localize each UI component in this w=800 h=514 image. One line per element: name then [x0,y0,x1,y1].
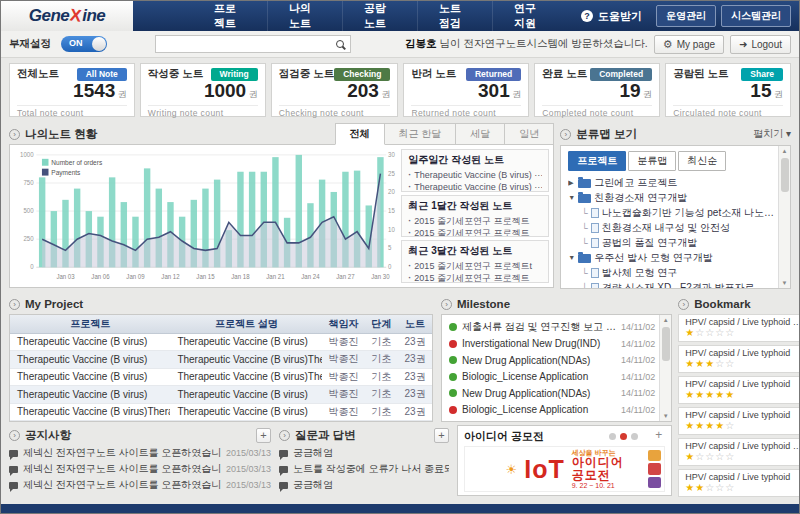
search-icon[interactable] [336,40,345,49]
admin-button-운영관리[interactable]: 운영관리 [656,5,716,27]
carousel-dot[interactable] [620,433,627,440]
class-tab-프로젝트[interactable]: 프로젝트 [568,151,626,171]
recent-note-item[interactable]: 2015 줄기세포연구 프로젝트 [408,227,542,238]
recent-note-item[interactable]: 2015 줄기세포연구 프로젝트 [408,215,542,227]
nav-item-help[interactable]: ? 도움받기 [567,1,656,31]
tab-일년[interactable]: 일년 [505,123,554,145]
tree-node[interactable]: └나노캡슐화기반 기능성 pet소재 나노… [568,205,774,220]
recent-note-item[interactable]: Therapeutic Vaccine (B virus) ··· [408,169,542,181]
logout-button[interactable]: ➜Logout [730,35,791,54]
scroll-down-icon[interactable]: ▼ [779,280,790,286]
milestone-item[interactable]: Inverstigational New Drug(IND)14/11/02 [449,336,655,353]
banner-add-button[interactable]: + [652,430,665,443]
nav-item-프로젝트[interactable]: 프로젝트 [193,1,267,31]
tree-node[interactable]: └발사체 모형 연구 [568,265,774,280]
tree-node-label: 경량 신소재 XD - F2결과 발표자료 [602,281,755,290]
qna-item[interactable]: 궁금해염 [279,445,449,461]
tab-전체[interactable]: 전체 [335,123,385,145]
class-tab-최신순[interactable]: 최신순 [678,151,726,171]
stat-card[interactable]: 반려 노트Returned301 권Returned note count [403,63,529,117]
bookmark-item[interactable]: HPV/ capsid / Live typhoid★★★★★› [678,376,800,404]
scroll-thumb[interactable] [781,158,789,192]
scroll-down-icon[interactable]: ▼ [660,413,671,419]
star-rating[interactable]: ★☆☆☆☆ [685,327,800,338]
notice-add-button[interactable]: + [256,428,271,443]
star-rating[interactable]: ★★★☆☆ [685,358,800,369]
scroll-up-icon[interactable]: ▲ [779,148,790,154]
class-tab-분류맵[interactable]: 분류맵 [628,151,676,171]
recent-note-item[interactable]: Therapeutic Vaccine (B virus) ··· [408,181,542,192]
bookmark-item[interactable]: HPV/ capsid / Live typhoid …★☆☆☆☆› [678,438,800,466]
star-filled-icon: ★ [685,482,695,493]
bookmark-item[interactable]: HPV/ capsid / Live typhoid★★★☆☆› [678,345,800,373]
qna-item[interactable]: 궁금해염 [279,477,449,493]
stat-card[interactable]: 작성중 노트Writing1000 권Writing note count [140,63,266,117]
tree-expanded-icon[interactable]: ▼ [568,254,575,261]
carousel-dot[interactable] [631,433,638,440]
bookmark-item[interactable]: HPV/ capsid / Live typhoid★★★★☆› [678,407,800,435]
search-input[interactable] [156,39,336,50]
qna-add-button[interactable]: + [434,428,449,443]
nav-item-노트점검[interactable]: 노트점검 [417,1,492,31]
star-rating[interactable]: ★★☆☆☆ [685,482,800,493]
table-row[interactable]: Therapeutic Vaccine (B virus)Therape…The… [10,403,432,421]
star-empty-icon: ☆ [725,327,735,338]
expand-link[interactable]: 펼치기 ▾ [753,127,791,141]
table-row[interactable]: Therapeutic Vaccine (B virus)Therapeutic… [10,333,432,351]
mypage-button[interactable]: ⚙My page [654,35,724,54]
tree-node[interactable]: └공법의 품질 연구개발 [568,235,774,250]
nav-item-연구지원[interactable]: 연구지원 [492,1,567,31]
star-empty-icon: ☆ [705,482,715,493]
tree-expanded-icon[interactable]: ▼ [568,194,575,201]
svg-text:25: 25 [388,169,395,176]
milestone-panel: 제출서류 점검 및 연구진행 보고 …14/11/02Inverstigatio… [441,314,672,422]
svg-text:5: 5 [388,244,392,251]
qna-item[interactable]: 노트를 작성중에 오류가 나서 종료되었습… [279,461,449,477]
milestone-item[interactable]: 제출서류 점검 및 연구진행 보고 …14/11/02 [449,319,655,336]
tree-collapsed-icon[interactable]: ▶ [568,179,575,187]
tree-node[interactable]: ▼친환경소재 연구개발 [568,190,774,205]
star-rating[interactable]: ★★★★★ [685,389,800,400]
table-row[interactable]: Therapeutic Vaccine (B virus)Therapeutic… [10,351,432,369]
star-rating[interactable]: ★☆☆☆☆ [685,451,800,462]
milestone-item[interactable]: New Drug Application(NDAs)14/11/02 [449,352,655,369]
tree-node[interactable]: └경량 신소재 XD - F2결과 발표자료 [568,280,774,289]
brand-logo[interactable]: GeneXine [1,1,133,31]
stat-card[interactable]: 전체노트All Note1543 권Total note count [9,63,135,117]
table-row[interactable]: Therapeutic Vaccine (B virus)Therapeutic… [10,368,432,386]
scrollbar[interactable]: ▲ ▼ [659,315,671,421]
notice-item[interactable]: 제넥신 전자연구노트 사이트를 오픈하였습니다.제넥…2015/03/13 [9,461,271,477]
tab-최근 한달[interactable]: 최근 한달 [385,123,457,145]
tree-node[interactable]: └친환경소재 내구성 및 안전성 [568,220,774,235]
recent-note-item[interactable]: 2015 줄기세포연구 프로젝트 [408,272,542,283]
absence-toggle[interactable]: ON [61,36,107,52]
stat-card[interactable]: 공람된 노트Share15 권Circulated note count [665,63,791,117]
notice-item[interactable]: 제넥신 전자연구노트 사이트를 오픈하였습니다.제넥…2015/03/13 [9,445,271,461]
nav-item-공람노트[interactable]: 공람노트 [342,1,417,31]
milestone-item[interactable]: New Drug Application(NDAs)14/11/02 [449,385,655,402]
stat-card[interactable]: 점검중 노트Checking203 권Checking note count [271,63,399,117]
banner-image[interactable]: ☀ IoT 세상을 바꾸는 아이디어 공모전 9. 22 ~ 10. 21 [464,446,665,492]
admin-button-시스템관리[interactable]: 시스템관리 [721,5,791,27]
table-cell: Therapeutic Vaccine (B virus)Therape… [10,403,170,421]
bookmark-item[interactable]: HPV/ capsid / Live typhoid★★☆☆☆› [678,469,800,497]
scroll-thumb[interactable] [662,327,670,361]
stat-card[interactable]: 완료 노트Completed19 권Completed note count [534,63,660,117]
scroll-up-icon[interactable]: ▲ [660,317,671,323]
recent-note-item[interactable]: 2015 줄기세포연구 프로젝트t [408,260,542,272]
nav-item-나의노트[interactable]: 나의노트 [267,1,342,31]
scrollbar[interactable]: ▲ ▼ [778,146,790,288]
tab-세달[interactable]: 세달 [456,123,505,145]
svg-text:Jan 06: Jan 06 [91,273,110,280]
notice-item[interactable]: 제넥신 전자연구노트 사이트를 오픈하였습니다.제넥…2015/03/13 [9,477,271,493]
tree-node[interactable]: ▶그린에코 프로젝트 [568,175,774,190]
milestone-item[interactable]: Biologic_License Application14/11/02 [449,369,655,386]
tree-node[interactable]: ▼우주선 발사 모형 연구개발 [568,250,774,265]
tree-elbow-icon: └ [581,223,587,233]
milestone-item[interactable]: Biologic_License Application14/11/02 [449,402,655,419]
bookmark-item[interactable]: HPV/ capsid / Live typhoid …★☆☆☆☆› [678,314,800,342]
greeting-text: 님이 전자연구노트시스템에 방문하셨습니다. [437,37,648,49]
star-rating[interactable]: ★★★★☆ [685,420,800,431]
table-row[interactable]: Therapeutic Vaccine (B virus)Therapeutic… [10,386,432,404]
carousel-dot[interactable] [609,433,616,440]
